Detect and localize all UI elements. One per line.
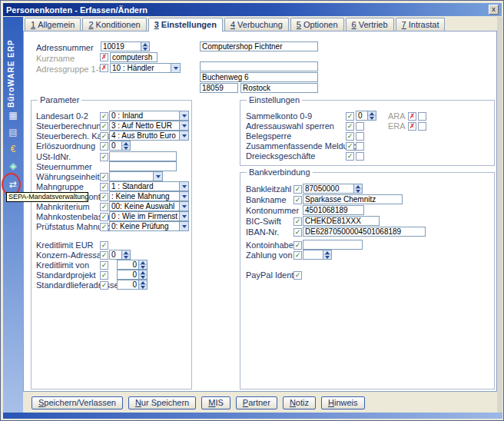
spin-down-icon[interactable] <box>368 115 376 120</box>
sammelkonto-enabled-checkbox[interactable]: ✓ <box>346 112 354 121</box>
steuerberech-kasse-enabled-checkbox[interactable]: ✓ <box>100 132 108 141</box>
steuernummer-field[interactable] <box>109 161 177 171</box>
spinner-buttons[interactable] <box>138 270 147 279</box>
ust-idnr-enabled-checkbox[interactable]: ✓ <box>100 153 108 161</box>
bankleitzahl-enabled-checkbox[interactable]: ✓ <box>293 185 302 194</box>
mahnungen-konto-enabled-checkbox[interactable]: ✓ <box>100 193 108 201</box>
kontoinhaber-field[interactable] <box>303 240 363 250</box>
spin-down-icon[interactable] <box>122 254 130 259</box>
adressgruppe-flag-checkbox[interactable]: ✗ <box>100 64 108 72</box>
spin-down-icon[interactable] <box>139 284 147 289</box>
era-flag-checkbox[interactable]: ✗ <box>408 122 416 131</box>
tab-intrastat[interactable]: 7Intrastat <box>396 18 446 31</box>
dropdown-arrow-icon[interactable] <box>179 111 188 120</box>
spin-down-icon[interactable] <box>139 274 147 279</box>
bic-enabled-checkbox[interactable]: ✓ <box>293 217 302 226</box>
spin-down-icon[interactable] <box>122 145 130 150</box>
tab-konditionen[interactable]: 2Konditionen <box>82 18 146 31</box>
zahlung-von-enabled-checkbox[interactable]: ✓ <box>293 251 302 260</box>
bankleitzahl-field[interactable]: 87050000 <box>303 184 363 194</box>
printer-icon[interactable]: ▤ <box>6 125 20 139</box>
ara-value-checkbox[interactable] <box>418 112 426 121</box>
dropdown-arrow-icon[interactable] <box>179 121 188 130</box>
spin-down-icon[interactable] <box>139 264 147 269</box>
kreditlimit-von-field[interactable]: 0 <box>117 260 148 270</box>
iban-enabled-checkbox[interactable]: ✓ <box>293 228 302 237</box>
spinner-buttons[interactable] <box>367 111 376 120</box>
adressnummer-field[interactable]: 10019 <box>101 41 150 51</box>
erloeszuordnung-field[interactable]: 0 <box>109 141 131 151</box>
erloeszuordnung-enabled-checkbox[interactable]: ✓ <box>100 142 108 151</box>
dropdown-arrow-icon[interactable] <box>179 131 188 140</box>
kurzname-field[interactable]: computersh <box>110 52 158 62</box>
dropdown-arrow-icon[interactable] <box>179 182 188 191</box>
dropdown-arrow-icon[interactable] <box>171 64 180 72</box>
dropdown-arrow-icon[interactable] <box>179 202 188 210</box>
dreiecksgeschaefte-enabled-checkbox[interactable]: ✓ <box>346 152 354 161</box>
chart-icon[interactable]: ◈ <box>6 159 20 173</box>
mahnkostenbelastung-enabled-checkbox[interactable]: ✓ <box>100 213 108 221</box>
ust-idnr-field[interactable] <box>109 151 177 161</box>
bankname-enabled-checkbox[interactable]: ✓ <box>293 196 302 204</box>
dropdown-arrow-icon[interactable] <box>179 192 188 201</box>
spinner-buttons[interactable] <box>353 184 362 193</box>
table-icon[interactable]: ▦ <box>6 108 20 122</box>
mahnkriterium-enabled-checkbox[interactable]: ✓ <box>100 203 108 211</box>
spin-down-icon[interactable] <box>141 46 149 51</box>
pruefstatus-enabled-checkbox[interactable]: ✓ <box>100 223 108 231</box>
standardprojekt-field[interactable]: 0 <box>117 270 148 280</box>
standardlieferadresse-field[interactable]: 0 <box>117 280 148 290</box>
steuerberech-kasse-select[interactable]: 4 : Aus Brutto Euro <box>109 131 189 141</box>
ort-field[interactable]: Rostock <box>240 83 318 93</box>
tab-vertrieb[interactable]: 6Vertrieb <box>346 18 394 31</box>
speichern-verlassen-button[interactable]: Speichern/Verlassen <box>32 396 123 409</box>
strasse-field[interactable]: Buchenweg 6 <box>200 72 318 82</box>
euro-icon[interactable]: € <box>6 142 20 156</box>
ara-flag-checkbox[interactable]: ✗ <box>408 112 416 121</box>
pruefstatus-select[interactable]: 0: Keine Prüfung <box>109 221 189 231</box>
close-button[interactable]: x <box>489 5 499 15</box>
belegsperre-enabled-checkbox[interactable]: ✓ <box>346 132 354 141</box>
landesart-enabled-checkbox[interactable]: ✓ <box>100 112 108 121</box>
sammelkonto-field[interactable]: 0 <box>356 111 376 121</box>
zusammenfassende-enabled-checkbox[interactable]: ✓ <box>346 142 354 151</box>
nur-speichern-button[interactable]: Nur Speichern <box>128 396 196 409</box>
landesart-select[interactable]: 0 : Inland <box>109 111 189 121</box>
standardprojekt-enabled-checkbox[interactable]: ✓ <box>100 271 108 280</box>
iban-field[interactable]: DE62870500004501068189 <box>303 227 426 237</box>
hinweis-button[interactable]: Hinweis <box>321 396 365 409</box>
name1-field[interactable]: Computershop Fichtner <box>200 41 318 51</box>
standardlieferadresse-enabled-checkbox[interactable]: ✓ <box>100 281 108 290</box>
notiz-button[interactable]: Notiz <box>283 396 316 409</box>
spinner-buttons[interactable] <box>141 42 149 51</box>
dropdown-arrow-icon[interactable] <box>153 172 162 181</box>
dreiecksgeschaefte-value-checkbox[interactable] <box>356 152 364 161</box>
tab-verbuchung[interactable]: 4Verbuchung <box>224 18 289 31</box>
mahnkriterium-select[interactable]: 00: Keine Auswahl <box>109 201 189 211</box>
kurzname-flag-checkbox[interactable]: ✗ <box>100 53 108 61</box>
spinner-buttons[interactable] <box>138 280 147 289</box>
spin-down-icon[interactable] <box>354 188 362 193</box>
bankname-field[interactable]: Sparkasse Chemnitz <box>303 194 403 204</box>
konzern-adressart-enabled-checkbox[interactable]: ✓ <box>100 251 108 260</box>
konzern-adressart-field[interactable]: 0 <box>109 250 131 260</box>
adressauswahl-value-checkbox[interactable] <box>356 122 364 131</box>
steuerberechnung-select[interactable]: 3 : Auf Netto EUR <box>109 121 189 131</box>
belegsperre-value-checkbox[interactable] <box>356 132 364 141</box>
steuerberechnung-enabled-checkbox[interactable]: ✓ <box>100 122 108 131</box>
waehrungseinheit-enabled-checkbox[interactable]: ✓ <box>100 173 108 181</box>
spinner-buttons[interactable] <box>138 260 147 269</box>
adressgruppe-select[interactable]: 10 : Händler <box>110 63 181 73</box>
spinner-buttons[interactable] <box>323 250 331 259</box>
zusammenfassende-value-checkbox[interactable] <box>356 142 364 151</box>
tab-allgemein[interactable]: 1Allgemein <box>25 18 81 31</box>
tab-einstellungen[interactable]: 3Einstellungen <box>148 18 223 31</box>
tab-optionen[interactable]: 5Optionen <box>290 18 344 31</box>
spinner-buttons[interactable] <box>121 250 130 259</box>
kreditlimit-eur-enabled-checkbox[interactable]: ✓ <box>100 241 108 250</box>
mis-button[interactable]: MIS <box>201 396 230 409</box>
mahngruppe-select[interactable]: 1 : Standard <box>109 181 189 191</box>
paypal-enabled-checkbox[interactable]: ✓ <box>293 271 302 280</box>
mahnkostenbelastung-select[interactable]: 0 : Wie im Firmenstamm eing <box>109 211 189 221</box>
spin-down-icon[interactable] <box>323 254 331 259</box>
